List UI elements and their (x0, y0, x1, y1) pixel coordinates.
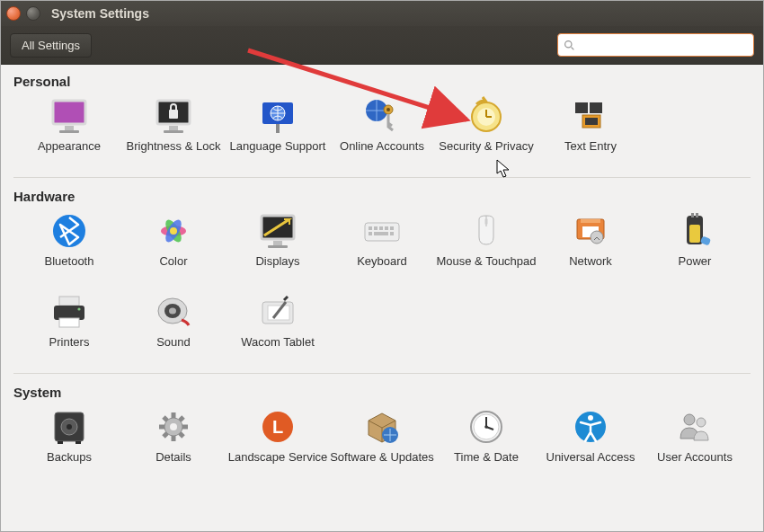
globe-flag-icon (256, 94, 299, 137)
svg-rect-34 (385, 226, 388, 230)
svg-rect-31 (369, 226, 372, 230)
appearance-icon (48, 94, 91, 137)
svg-rect-12 (276, 124, 280, 133)
item-network[interactable]: Network (538, 206, 643, 287)
item-universal-access[interactable]: Universal Access (538, 402, 643, 483)
svg-point-15 (386, 108, 390, 111)
svg-point-84 (684, 414, 695, 425)
item-online-accounts[interactable]: Online Accounts (330, 91, 434, 172)
svg-rect-50 (59, 297, 79, 306)
svg-point-0 (565, 40, 572, 47)
svg-point-26 (170, 227, 177, 235)
svg-rect-48 (696, 213, 698, 217)
svg-point-83 (588, 415, 593, 421)
svg-text:L: L (272, 417, 283, 437)
printer-icon (48, 290, 91, 333)
item-label: Keyboard (330, 254, 434, 281)
item-displays[interactable]: Displays (226, 206, 330, 287)
item-label: Mouse & Touchpad (434, 254, 538, 281)
svg-rect-46 (689, 225, 700, 243)
section-system-title: System (1, 376, 763, 402)
mouse-icon (465, 209, 508, 253)
svg-rect-42 (581, 219, 600, 223)
svg-rect-62 (58, 441, 63, 444)
item-backups[interactable]: Backups (17, 402, 121, 483)
window-close-button[interactable] (6, 6, 21, 21)
item-bluetooth[interactable]: Bluetooth (17, 206, 121, 287)
item-text-entry[interactable]: Text Entry (538, 91, 643, 172)
item-label: Backups (17, 450, 121, 477)
item-keyboard[interactable]: Keyboard (330, 206, 434, 287)
svg-point-53 (77, 307, 80, 310)
svg-point-73 (170, 423, 177, 430)
section-personal-title: Personal (1, 65, 763, 91)
item-label: Bluetooth (17, 254, 121, 281)
svg-rect-63 (76, 441, 81, 444)
item-label: Sound (121, 335, 226, 362)
item-label: Details (121, 450, 226, 477)
item-wacom-tablet[interactable]: Wacom Tablet (226, 287, 330, 368)
svg-line-71 (164, 433, 167, 437)
search-input[interactable] (580, 38, 748, 53)
svg-point-56 (169, 308, 176, 315)
section-hardware-title: Hardware (1, 180, 763, 206)
titlebar: System Settings (1, 1, 763, 26)
item-sound[interactable]: Sound (121, 287, 226, 368)
users-icon (673, 405, 716, 448)
color-icon (152, 209, 195, 253)
bluetooth-icon (48, 209, 91, 253)
content-area: Personal Appearance Brightness & Lock La… (1, 65, 763, 532)
item-label: Appearance (17, 139, 121, 166)
svg-line-70 (180, 433, 183, 437)
svg-rect-38 (390, 232, 394, 235)
text-entry-icon (569, 94, 612, 137)
item-security-privacy[interactable]: Security & Privacy (434, 91, 538, 172)
gear-icon (152, 405, 195, 448)
svg-rect-21 (585, 118, 598, 125)
item-appearance[interactable]: Appearance (17, 91, 121, 172)
svg-rect-8 (169, 126, 178, 130)
keyboard-icon (360, 209, 404, 253)
svg-point-61 (67, 424, 72, 430)
svg-line-69 (164, 417, 167, 421)
item-mouse-touchpad[interactable]: Mouse & Touchpad (434, 206, 538, 287)
item-printers[interactable]: Printers (17, 287, 121, 368)
svg-point-85 (697, 418, 706, 427)
svg-rect-37 (374, 232, 388, 235)
window-title: System Settings (51, 6, 149, 21)
item-label: Software & Updates (330, 450, 434, 477)
item-label: Network (538, 254, 643, 281)
item-details[interactable]: Details (121, 402, 226, 483)
security-icon (465, 94, 508, 137)
svg-rect-36 (369, 232, 372, 235)
power-icon (673, 209, 716, 253)
all-settings-button[interactable]: All Settings (10, 33, 92, 58)
svg-point-81 (484, 425, 488, 429)
separator (13, 373, 751, 374)
svg-rect-47 (691, 213, 694, 217)
item-language-support[interactable]: Language Support (226, 91, 330, 172)
svg-rect-7 (169, 110, 178, 119)
svg-rect-4 (65, 126, 74, 130)
displays-icon (256, 209, 299, 253)
svg-rect-9 (164, 130, 183, 133)
item-time-date[interactable]: Time & Date (434, 402, 538, 483)
item-label: Power (643, 254, 747, 281)
item-power[interactable]: Power (643, 206, 747, 287)
landscape-icon: L (256, 405, 299, 448)
window-minimize-button[interactable] (26, 6, 40, 21)
section-personal-grid: Appearance Brightness & Lock Language Su… (1, 91, 763, 175)
item-label: Printers (17, 335, 121, 362)
item-label: Time & Date (434, 450, 538, 477)
accessibility-icon (569, 405, 612, 448)
item-color[interactable]: Color (121, 206, 226, 287)
item-label: Landscape Service (226, 450, 330, 477)
item-software-updates[interactable]: Software & Updates (330, 402, 434, 483)
svg-line-72 (180, 417, 183, 421)
svg-rect-18 (575, 102, 588, 113)
item-landscape-service[interactable]: L Landscape Service (226, 402, 330, 483)
item-label: Wacom Tablet (226, 335, 330, 362)
item-brightness-lock[interactable]: Brightness & Lock (121, 91, 226, 172)
search-field[interactable] (557, 33, 754, 57)
item-user-accounts[interactable]: User Accounts (643, 402, 747, 483)
